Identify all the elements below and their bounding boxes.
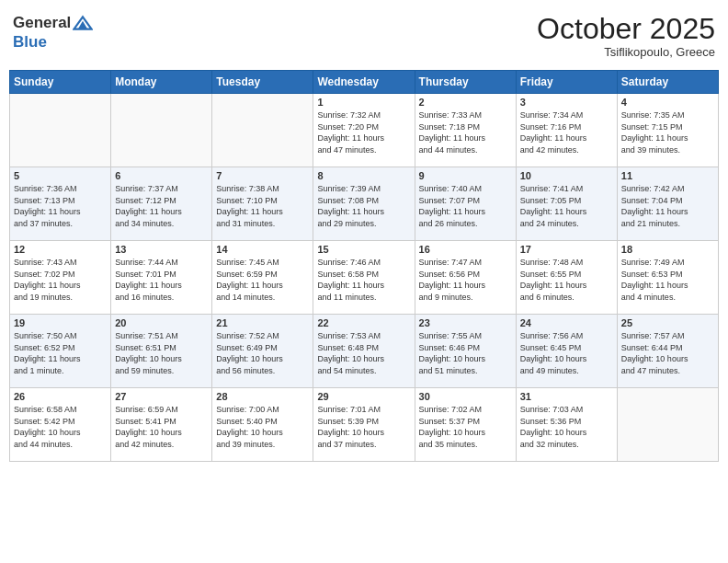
- day-cell: 4Sunrise: 7:35 AM Sunset: 7:15 PM Daylig…: [617, 94, 718, 167]
- day-number: 28: [216, 391, 309, 402]
- day-number: 29: [317, 391, 410, 402]
- day-info: Sunrise: 7:45 AM Sunset: 6:59 PM Dayligh…: [216, 257, 309, 303]
- col-friday: Friday: [516, 71, 617, 94]
- day-cell: 15Sunrise: 7:46 AM Sunset: 6:58 PM Dayli…: [313, 241, 415, 315]
- day-cell: 6Sunrise: 7:37 AM Sunset: 7:12 PM Daylig…: [111, 167, 212, 241]
- day-number: 10: [520, 170, 613, 181]
- day-number: 6: [115, 170, 208, 181]
- day-info: Sunrise: 7:36 AM Sunset: 7:13 PM Dayligh…: [14, 183, 107, 229]
- logo-icon: [73, 13, 93, 33]
- day-info: Sunrise: 7:01 AM Sunset: 5:39 PM Dayligh…: [317, 404, 410, 450]
- day-info: Sunrise: 7:52 AM Sunset: 6:49 PM Dayligh…: [216, 330, 309, 376]
- day-number: 7: [216, 170, 309, 181]
- day-info: Sunrise: 7:33 AM Sunset: 7:18 PM Dayligh…: [419, 109, 512, 155]
- day-info: Sunrise: 7:38 AM Sunset: 7:10 PM Dayligh…: [216, 183, 309, 229]
- day-number: 17: [520, 244, 613, 255]
- day-cell: 31Sunrise: 7:03 AM Sunset: 5:36 PM Dayli…: [516, 388, 617, 462]
- day-number: 2: [419, 97, 512, 108]
- day-cell: 24Sunrise: 7:56 AM Sunset: 6:45 PM Dayli…: [516, 315, 617, 388]
- day-cell: 17Sunrise: 7:48 AM Sunset: 6:55 PM Dayli…: [516, 241, 617, 315]
- day-cell: 16Sunrise: 7:47 AM Sunset: 6:56 PM Dayli…: [415, 241, 516, 315]
- day-cell: 11Sunrise: 7:42 AM Sunset: 7:04 PM Dayli…: [617, 167, 718, 241]
- day-info: Sunrise: 7:49 AM Sunset: 6:53 PM Dayligh…: [621, 257, 714, 303]
- day-number: 24: [520, 317, 613, 328]
- day-info: Sunrise: 7:03 AM Sunset: 5:36 PM Dayligh…: [520, 404, 613, 450]
- day-number: 20: [115, 317, 208, 328]
- day-cell: 22Sunrise: 7:53 AM Sunset: 6:48 PM Dayli…: [313, 315, 415, 388]
- day-info: Sunrise: 7:39 AM Sunset: 7:08 PM Dayligh…: [317, 183, 410, 229]
- header: General Blue October 2025 Tsiflikopoulo,…: [9, 9, 719, 63]
- day-number: 21: [216, 317, 309, 328]
- day-info: Sunrise: 7:51 AM Sunset: 6:51 PM Dayligh…: [115, 330, 208, 376]
- day-cell: 12Sunrise: 7:43 AM Sunset: 7:02 PM Dayli…: [10, 241, 111, 315]
- day-cell: [212, 94, 313, 167]
- day-number: 22: [317, 317, 410, 328]
- day-cell: 9Sunrise: 7:40 AM Sunset: 7:07 PM Daylig…: [415, 167, 516, 241]
- day-info: Sunrise: 7:37 AM Sunset: 7:12 PM Dayligh…: [115, 183, 208, 229]
- day-info: Sunrise: 7:48 AM Sunset: 6:55 PM Dayligh…: [520, 257, 613, 303]
- day-cell: 23Sunrise: 7:55 AM Sunset: 6:46 PM Dayli…: [415, 315, 516, 388]
- day-cell: 14Sunrise: 7:45 AM Sunset: 6:59 PM Dayli…: [212, 241, 313, 315]
- month-year: October 2025: [537, 13, 715, 45]
- day-number: 31: [520, 391, 613, 402]
- day-cell: 25Sunrise: 7:57 AM Sunset: 6:44 PM Dayli…: [617, 315, 718, 388]
- day-number: 8: [317, 170, 410, 181]
- day-info: Sunrise: 7:32 AM Sunset: 7:20 PM Dayligh…: [317, 109, 410, 155]
- day-info: Sunrise: 7:50 AM Sunset: 6:52 PM Dayligh…: [14, 330, 107, 376]
- day-info: Sunrise: 7:55 AM Sunset: 6:46 PM Dayligh…: [419, 330, 512, 376]
- day-number: 18: [621, 244, 714, 255]
- day-info: Sunrise: 7:00 AM Sunset: 5:40 PM Dayligh…: [216, 404, 309, 450]
- day-number: 5: [14, 170, 107, 181]
- week-row-4: 19Sunrise: 7:50 AM Sunset: 6:52 PM Dayli…: [10, 315, 719, 388]
- day-cell: 8Sunrise: 7:39 AM Sunset: 7:08 PM Daylig…: [313, 167, 415, 241]
- day-info: Sunrise: 7:02 AM Sunset: 5:37 PM Dayligh…: [419, 404, 512, 450]
- day-info: Sunrise: 7:56 AM Sunset: 6:45 PM Dayligh…: [520, 330, 613, 376]
- day-cell: 3Sunrise: 7:34 AM Sunset: 7:16 PM Daylig…: [516, 94, 617, 167]
- day-info: Sunrise: 7:34 AM Sunset: 7:16 PM Dayligh…: [520, 109, 613, 155]
- day-number: 25: [621, 317, 714, 328]
- day-info: Sunrise: 7:35 AM Sunset: 7:15 PM Dayligh…: [621, 109, 714, 155]
- col-thursday: Thursday: [415, 71, 516, 94]
- week-row-5: 26Sunrise: 6:58 AM Sunset: 5:42 PM Dayli…: [10, 388, 719, 462]
- day-cell: [617, 388, 718, 462]
- day-cell: 29Sunrise: 7:01 AM Sunset: 5:39 PM Dayli…: [313, 388, 415, 462]
- logo-blue-text: Blue: [13, 33, 93, 52]
- day-cell: [111, 94, 212, 167]
- page: General Blue October 2025 Tsiflikopoulo,…: [0, 0, 728, 563]
- day-cell: [10, 94, 111, 167]
- day-number: 13: [115, 244, 208, 255]
- day-cell: 30Sunrise: 7:02 AM Sunset: 5:37 PM Dayli…: [415, 388, 516, 462]
- day-cell: 19Sunrise: 7:50 AM Sunset: 6:52 PM Dayli…: [10, 315, 111, 388]
- logo: General Blue: [13, 13, 93, 52]
- day-info: Sunrise: 6:59 AM Sunset: 5:41 PM Dayligh…: [115, 404, 208, 450]
- calendar-table: Sunday Monday Tuesday Wednesday Thursday…: [9, 70, 719, 462]
- day-cell: 7Sunrise: 7:38 AM Sunset: 7:10 PM Daylig…: [212, 167, 313, 241]
- day-number: 15: [317, 244, 410, 255]
- col-sunday: Sunday: [10, 71, 111, 94]
- day-number: 11: [621, 170, 714, 181]
- day-cell: 18Sunrise: 7:49 AM Sunset: 6:53 PM Dayli…: [617, 241, 718, 315]
- col-tuesday: Tuesday: [212, 71, 313, 94]
- week-row-2: 5Sunrise: 7:36 AM Sunset: 7:13 PM Daylig…: [10, 167, 719, 241]
- logo-general-text: General: [13, 14, 71, 32]
- day-number: 16: [419, 244, 512, 255]
- day-info: Sunrise: 7:57 AM Sunset: 6:44 PM Dayligh…: [621, 330, 714, 376]
- day-info: Sunrise: 7:43 AM Sunset: 7:02 PM Dayligh…: [14, 257, 107, 303]
- day-number: 1: [317, 97, 410, 108]
- day-cell: 28Sunrise: 7:00 AM Sunset: 5:40 PM Dayli…: [212, 388, 313, 462]
- day-number: 4: [621, 97, 714, 108]
- week-row-1: 1Sunrise: 7:32 AM Sunset: 7:20 PM Daylig…: [10, 94, 719, 167]
- day-info: Sunrise: 7:46 AM Sunset: 6:58 PM Dayligh…: [317, 257, 410, 303]
- title-block: October 2025 Tsiflikopoulo, Greece: [537, 13, 715, 59]
- day-cell: 2Sunrise: 7:33 AM Sunset: 7:18 PM Daylig…: [415, 94, 516, 167]
- day-info: Sunrise: 7:40 AM Sunset: 7:07 PM Dayligh…: [419, 183, 512, 229]
- col-monday: Monday: [111, 71, 212, 94]
- day-cell: 27Sunrise: 6:59 AM Sunset: 5:41 PM Dayli…: [111, 388, 212, 462]
- day-cell: 20Sunrise: 7:51 AM Sunset: 6:51 PM Dayli…: [111, 315, 212, 388]
- day-info: Sunrise: 7:47 AM Sunset: 6:56 PM Dayligh…: [419, 257, 512, 303]
- location: Tsiflikopoulo, Greece: [537, 45, 715, 59]
- day-info: Sunrise: 7:41 AM Sunset: 7:05 PM Dayligh…: [520, 183, 613, 229]
- day-cell: 26Sunrise: 6:58 AM Sunset: 5:42 PM Dayli…: [10, 388, 111, 462]
- col-saturday: Saturday: [617, 71, 718, 94]
- day-info: Sunrise: 7:42 AM Sunset: 7:04 PM Dayligh…: [621, 183, 714, 229]
